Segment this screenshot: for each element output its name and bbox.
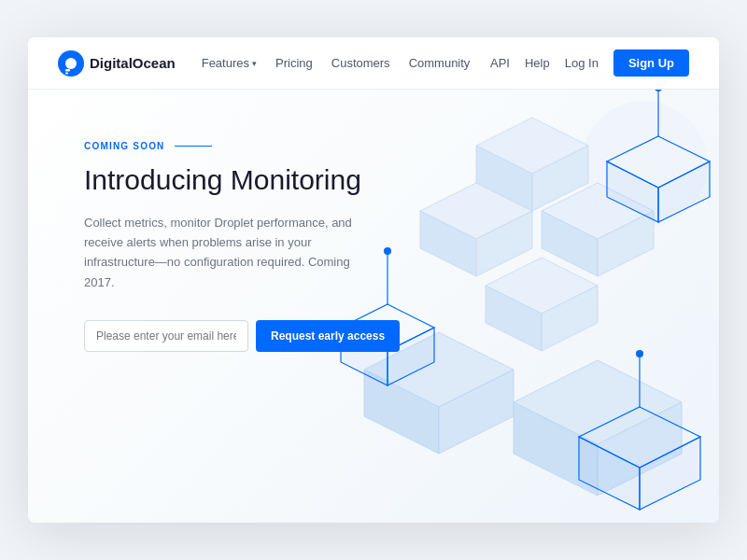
- nav-community[interactable]: Community: [409, 56, 471, 70]
- svg-point-10: [636, 350, 643, 357]
- svg-rect-2: [65, 69, 70, 72]
- coming-soon-text: Coming Soon: [84, 141, 165, 151]
- cta-button[interactable]: Request early access: [256, 320, 400, 352]
- svg-point-8: [384, 247, 391, 255]
- email-input[interactable]: [84, 320, 248, 352]
- nav-right: API Help Log In Sign Up: [490, 49, 689, 77]
- coming-soon-line: [175, 146, 212, 147]
- svg-rect-3: [65, 72, 68, 74]
- svg-point-6: [655, 90, 662, 91]
- nav-links: Features ▾ Pricing Customers Community: [202, 56, 490, 70]
- hero-form: Request early access: [84, 320, 383, 352]
- hero-content: Coming Soon Introducing Monitoring Colle…: [84, 141, 383, 352]
- nav-api[interactable]: API: [490, 56, 510, 70]
- nav-features[interactable]: Features ▾: [202, 56, 257, 70]
- coming-soon-badge: Coming Soon: [84, 141, 383, 151]
- hero-description: Collect metrics, monitor Droplet perform…: [84, 213, 383, 293]
- svg-point-1: [65, 58, 77, 69]
- navbar: DigitalOcean Features ▾ Pricing Customer…: [28, 37, 719, 90]
- signup-button[interactable]: Sign Up: [613, 49, 689, 77]
- nav-customers[interactable]: Customers: [331, 56, 390, 70]
- hero-title: Introducing Monitoring: [84, 162, 383, 198]
- logo-text: DigitalOcean: [90, 55, 176, 71]
- nav-login[interactable]: Log In: [565, 56, 599, 70]
- logo[interactable]: DigitalOcean: [58, 50, 176, 77]
- hero-section: Coming Soon Introducing Monitoring Colle…: [28, 90, 719, 523]
- hero-illustration: [327, 90, 719, 523]
- app-window: DigitalOcean Features ▾ Pricing Customer…: [28, 37, 719, 523]
- nav-help[interactable]: Help: [525, 56, 550, 70]
- logo-icon: [58, 50, 84, 77]
- nav-pricing[interactable]: Pricing: [275, 56, 313, 70]
- chevron-down-icon: ▾: [252, 59, 257, 68]
